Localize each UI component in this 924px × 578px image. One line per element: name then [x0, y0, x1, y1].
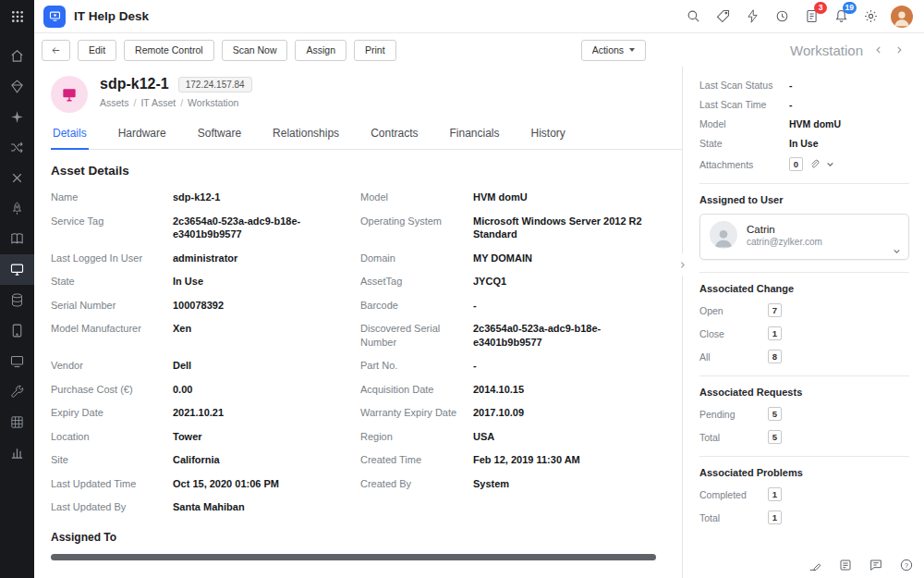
- breadcrumb-item[interactable]: Assets: [100, 97, 136, 108]
- topbar: IT Help Desk 3 19: [34, 0, 924, 33]
- association-row[interactable]: Open 7: [699, 303, 909, 317]
- tab[interactable]: Hardware: [116, 122, 168, 149]
- field-value: MY DOMAIN: [473, 252, 671, 265]
- history-button[interactable]: [772, 7, 791, 26]
- table-icon: [9, 414, 25, 430]
- field-value: JYCQ1: [473, 275, 671, 289]
- tab[interactable]: Details: [51, 122, 89, 150]
- toolbar-button[interactable]: Assign: [295, 40, 346, 61]
- tab[interactable]: Software: [196, 122, 243, 149]
- association-row[interactable]: Completed 1: [699, 487, 909, 501]
- asset-toolbar: EditRemote ControlScan NowAssignPrint Ac…: [34, 33, 924, 67]
- toolbar-button[interactable]: Print: [354, 40, 396, 61]
- help-button[interactable]: ?: [898, 557, 915, 573]
- field-label: Last Updated Time: [51, 477, 173, 491]
- associated-requests-section: Associated Requests Pending 5 Total 5: [699, 375, 909, 444]
- sidebar-item-workflows[interactable]: [0, 132, 34, 163]
- field-label: State: [51, 275, 173, 289]
- sidebar-item-displays[interactable]: [0, 346, 34, 376]
- asset-tabs: DetailsHardwareSoftwareRelationshipsCont…: [51, 122, 682, 150]
- chat-button[interactable]: [868, 557, 884, 573]
- field-label: Serial Number: [51, 299, 173, 313]
- edit-pencil-button[interactable]: [807, 557, 823, 573]
- summary-label: State: [699, 138, 789, 149]
- tab[interactable]: Contracts: [369, 122, 419, 149]
- toolbar-button[interactable]: Remote Control: [124, 40, 214, 61]
- field-value: 0.00: [173, 383, 360, 397]
- horizontal-scrollbar[interactable]: [51, 554, 656, 560]
- sidebar-item-releases[interactable]: [0, 193, 34, 224]
- toolbar-button[interactable]: Scan Now: [222, 40, 288, 61]
- paperclip-icon[interactable]: [808, 158, 821, 170]
- next-chevron-icon[interactable]: [894, 45, 904, 55]
- association-row[interactable]: Total 1: [699, 510, 909, 524]
- association-row[interactable]: All 8: [699, 350, 909, 363]
- actions-dropdown[interactable]: Actions: [581, 40, 646, 61]
- assigned-user-avatar: [710, 221, 737, 249]
- associated-requests-heading: Associated Requests: [699, 387, 909, 398]
- associated-problems-rows: Completed 1 Total 1: [699, 487, 909, 524]
- tasks-button[interactable]: 3: [802, 7, 821, 26]
- attachments-row: Attachments 0: [699, 157, 909, 171]
- sidebar-item-assets[interactable]: [0, 254, 34, 285]
- settings-button[interactable]: [861, 7, 880, 26]
- field-label: Acquisition Date: [360, 383, 473, 397]
- sidebar-item-solutions[interactable]: [0, 224, 34, 254]
- asset-header: sdp-k12-1 172.24.157.84 AssetsIT AssetWo…: [51, 76, 682, 113]
- notifications-badge: 19: [843, 2, 857, 14]
- tag-icon: [715, 8, 731, 24]
- sidebar-item-mobile[interactable]: [0, 315, 34, 346]
- association-row[interactable]: Pending 5: [699, 407, 909, 421]
- sparkles-icon: [9, 109, 25, 125]
- quick-actions-button[interactable]: [743, 7, 761, 26]
- tab[interactable]: Financials: [447, 122, 501, 149]
- sidebar-item-announcements[interactable]: [0, 71, 34, 102]
- summary-value: -: [789, 99, 909, 110]
- worklog-note-button[interactable]: [837, 557, 854, 573]
- field-value: Feb 12, 2019 11:30 AM: [473, 453, 671, 467]
- sidebar-item-tools[interactable]: [0, 376, 34, 407]
- attachments-chevron-icon[interactable]: [826, 160, 834, 168]
- entity-nav: Workstation: [790, 43, 904, 58]
- tab[interactable]: History: [529, 122, 567, 149]
- user-card-chevron-icon[interactable]: [893, 247, 901, 255]
- breadcrumb-item[interactable]: IT Asset: [140, 97, 183, 108]
- search-icon: [686, 8, 701, 24]
- rocket-icon: [9, 201, 25, 216]
- asset-main: sdp-k12-1 172.24.157.84 AssetsIT AssetWo…: [34, 67, 682, 578]
- sidebar-item-reports[interactable]: [0, 437, 34, 468]
- prev-chevron-icon[interactable]: [874, 45, 883, 55]
- bar-chart-icon: [9, 445, 25, 461]
- toolbar-button[interactable]: Edit: [78, 40, 116, 61]
- app-logo[interactable]: [43, 6, 66, 28]
- sidebar-item-problems[interactable]: [0, 163, 34, 193]
- field-value: 2017.10.09: [473, 406, 671, 420]
- assigned-user-card[interactable]: Catrin catrin@zylker.com: [699, 214, 909, 260]
- back-button[interactable]: [42, 40, 70, 61]
- field-label: Discovered Serial Number: [360, 322, 473, 349]
- app-title: IT Help Desk: [74, 9, 149, 23]
- panel-collapse-handle[interactable]: [676, 253, 688, 276]
- user-avatar[interactable]: [891, 6, 913, 28]
- association-row[interactable]: Total 5: [699, 430, 909, 444]
- assigned-user-email: catrin@zylker.com: [747, 237, 822, 247]
- field-value: 2021.10.21: [173, 406, 360, 420]
- notifications-button[interactable]: 19: [832, 7, 850, 26]
- history-icon: [774, 8, 790, 24]
- field-value: In Use: [173, 275, 360, 289]
- attachments-label: Attachments: [699, 159, 789, 170]
- sidebar-item-purchase[interactable]: [0, 407, 34, 437]
- breadcrumb-item[interactable]: Workstation: [188, 97, 238, 108]
- association-row[interactable]: Close 1: [699, 326, 909, 340]
- sidebar-item-cmdb[interactable]: [0, 285, 34, 315]
- helpdesk-logo-icon: [48, 9, 62, 23]
- sidebar-item-assist[interactable]: [0, 102, 34, 132]
- association-count: 1: [768, 510, 782, 524]
- apps-grid-button[interactable]: [0, 0, 34, 33]
- sidebar-item-home[interactable]: [0, 41, 34, 71]
- tab[interactable]: Relationships: [271, 122, 341, 149]
- search-button[interactable]: [684, 7, 702, 26]
- tag-button[interactable]: [713, 7, 732, 26]
- apps-grid-icon: [10, 9, 25, 24]
- field-value: Xen: [173, 322, 360, 349]
